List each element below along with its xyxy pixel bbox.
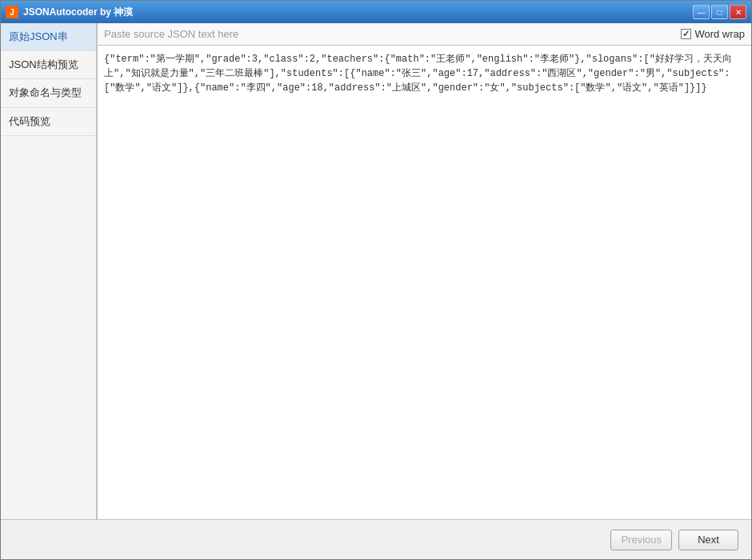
title-bar-left: J JSONAutocoder by 神漠 — [6, 6, 133, 19]
checkbox-check-icon: ✓ — [682, 29, 690, 39]
main-panel: Paste source JSON text here ✓ Word wrap … — [97, 23, 751, 519]
sidebar: 原始JSON串 JSON结构预览 对象命名与类型 代码预览 — [1, 23, 97, 519]
title-bar: J JSONAutocoder by 神漠 — □ ✕ — [1, 1, 751, 23]
main-header: Paste source JSON text here ✓ Word wrap — [98, 23, 751, 46]
sidebar-item-object-naming[interactable]: 对象命名与类型 — [1, 79, 96, 107]
sidebar-item-raw-json[interactable]: 原始JSON串 — [1, 23, 96, 51]
window-title: JSONAutocoder by 神漠 — [23, 6, 133, 19]
json-placeholder: Paste source JSON text here — [104, 28, 238, 40]
title-buttons: — □ ✕ — [693, 5, 746, 19]
content-area: 原始JSON串 JSON结构预览 对象命名与类型 代码预览 Paste sour… — [1, 23, 751, 519]
word-wrap-checkbox[interactable]: ✓ — [681, 29, 691, 39]
next-button[interactable]: Next — [678, 530, 738, 550]
maximize-button[interactable]: □ — [711, 5, 728, 19]
previous-button[interactable]: Previous — [610, 530, 672, 550]
word-wrap-area: ✓ Word wrap — [681, 28, 745, 40]
sidebar-item-json-preview[interactable]: JSON结构预览 — [1, 51, 96, 79]
sidebar-item-code-preview[interactable]: 代码预览 — [1, 108, 96, 136]
footer: Previous Next — [1, 519, 751, 559]
app-icon: J — [6, 6, 18, 18]
json-text-area[interactable]: {"term":"第一学期","grade":3,"class":2,"teac… — [98, 46, 751, 519]
word-wrap-label: Word wrap — [694, 28, 745, 40]
close-button[interactable]: ✕ — [730, 5, 746, 19]
main-window: J JSONAutocoder by 神漠 — □ ✕ 原始JSON串 JSON… — [0, 0, 752, 560]
minimize-button[interactable]: — — [693, 5, 710, 19]
